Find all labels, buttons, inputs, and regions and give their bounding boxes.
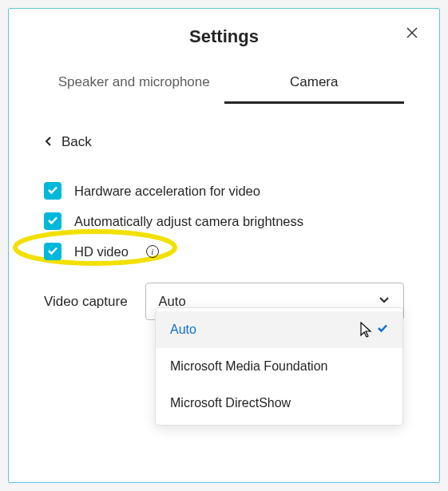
cursor-arrow-icon: [359, 321, 374, 342]
tab-camera[interactable]: Camera: [224, 68, 405, 104]
video-capture-label: Video capture: [44, 294, 128, 310]
tab-label: Camera: [290, 74, 338, 89]
camera-options: Hardware acceleration for video Automati…: [9, 168, 439, 320]
back-label: Back: [61, 134, 92, 150]
tab-label: Speaker and microphone: [58, 74, 210, 89]
option-auto-brightness: Automatically adjust camera brightness: [38, 206, 410, 236]
tab-speaker-microphone[interactable]: Speaker and microphone: [44, 68, 224, 104]
option-label: Automatically adjust camera brightness: [74, 214, 303, 229]
close-icon: [406, 30, 418, 42]
dropdown-item-label: Auto: [170, 323, 196, 337]
checkmark-icon: [47, 184, 58, 199]
settings-dialog: Settings Speaker and microphone Camera B…: [8, 8, 440, 483]
checkmark-icon: [47, 244, 58, 259]
page-title: Settings: [9, 9, 439, 68]
checkbox-hd-video[interactable]: [44, 243, 61, 260]
checkmark-icon: [47, 214, 58, 229]
option-label: HD video: [74, 244, 129, 259]
checkmark-icon: [377, 323, 388, 337]
dropdown-item-media-foundation[interactable]: Microsoft Media Foundation: [156, 348, 402, 385]
dropdown-item-auto[interactable]: Auto: [156, 311, 402, 348]
chevron-left-icon: [44, 134, 54, 150]
info-icon[interactable]: [146, 245, 159, 258]
checkbox-auto-brightness[interactable]: [44, 212, 61, 230]
option-label: Hardware acceleration for video: [74, 184, 260, 199]
dropdown-item-label: Microsoft DirectShow: [170, 396, 291, 410]
dropdown-item-directshow[interactable]: Microsoft DirectShow: [156, 385, 402, 422]
video-capture-dropdown: Auto Microsoft Media Foundation Microsof…: [155, 307, 403, 426]
dropdown-item-label: Microsoft Media Foundation: [170, 359, 327, 374]
option-hardware-acceleration: Hardware acceleration for video: [38, 176, 410, 206]
close-button[interactable]: [402, 23, 422, 45]
tabs: Speaker and microphone Camera: [9, 68, 439, 104]
back-link[interactable]: Back: [9, 104, 439, 168]
option-hd-video: HD video: [38, 236, 410, 267]
checkbox-hardware-acceleration[interactable]: [44, 182, 61, 200]
